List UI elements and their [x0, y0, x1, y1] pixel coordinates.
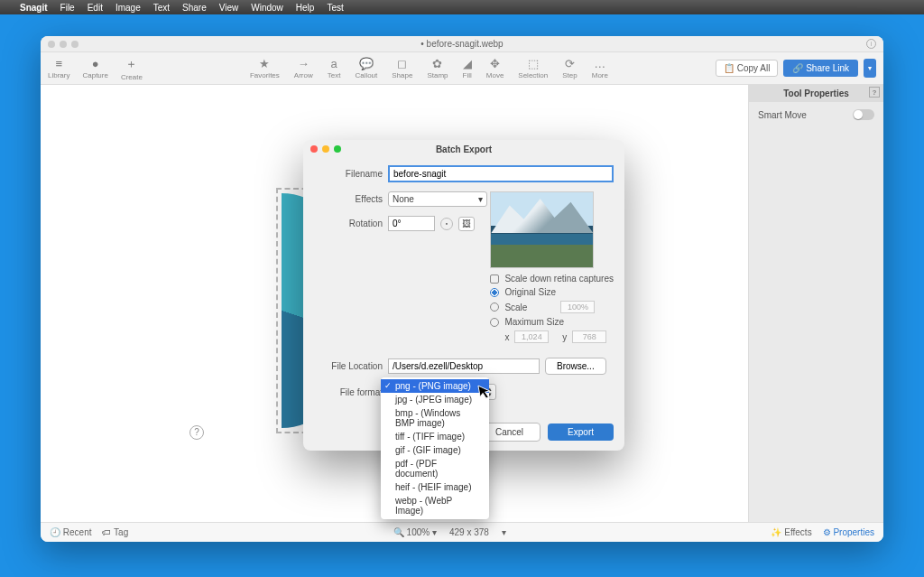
dialog-title: Batch Export [436, 144, 492, 154]
menu-share[interactable]: Share [182, 3, 207, 13]
effects-label: Effects [314, 194, 383, 204]
recent-button[interactable]: 🕘 Recent [50, 527, 91, 537]
window-traffic-lights[interactable] [48, 41, 79, 48]
tag-button[interactable]: 🏷 Tag [102, 527, 128, 537]
tool-stamp[interactable]: ✿Stamp [427, 57, 448, 79]
shape-icon: ◻ [397, 57, 407, 70]
dimensions-label: 429 x 378 [449, 527, 489, 537]
scale-label: Scale [504, 302, 527, 312]
effects-select[interactable]: None▾ [388, 191, 487, 207]
rotation-input[interactable] [388, 216, 435, 231]
properties-header: Tool Properties ? [749, 85, 883, 102]
format-option-jpg[interactable]: jpg - (JPEG image) [381, 393, 489, 406]
zoom-level[interactable]: 🔍 100% ▾ [393, 527, 437, 537]
format-option-pdf[interactable]: pdf - (PDF document) [381, 457, 489, 480]
create-button[interactable]: ＋Create [121, 56, 143, 81]
file-format-dropdown[interactable]: png - (PNG image) jpg - (JPEG image) bmp… [381, 377, 489, 519]
share-link-button[interactable]: 🔗 Share Link [783, 60, 858, 77]
format-option-tiff[interactable]: tiff - (TIFF image) [381, 430, 489, 443]
width-input[interactable] [514, 330, 549, 343]
more-icon: … [594, 57, 605, 70]
menu-image[interactable]: Image [116, 3, 141, 13]
mac-menubar: Snagit File Edit Image Text Share View W… [0, 0, 924, 14]
x-label: x [504, 332, 509, 342]
tool-text[interactable]: aText [328, 57, 341, 79]
create-icon: ＋ [125, 56, 137, 72]
browse-button[interactable]: Browse... [545, 358, 606, 375]
dialog-traffic-lights[interactable] [310, 145, 341, 153]
format-option-webp[interactable]: webp - (WebP Image) [381, 494, 489, 517]
tool-move[interactable]: ✥Move [486, 57, 504, 79]
scale-pct-input[interactable] [560, 301, 595, 313]
properties-panel: Tool Properties ? Smart Move [748, 85, 883, 522]
tool-selection[interactable]: ⬚Selection [518, 57, 548, 79]
format-option-gif[interactable]: gif - (GIF image) [381, 443, 489, 457]
rotation-dial[interactable]: ● [440, 218, 453, 230]
effects-button[interactable]: ✨ Effects [771, 527, 811, 537]
height-input[interactable] [572, 330, 606, 343]
filename-label: Filename [314, 169, 383, 179]
toolbar-right: 📋 Copy All 🔗 Share Link ▾ [716, 59, 876, 78]
info-icon[interactable]: i [866, 39, 876, 49]
format-option-png[interactable]: png - (PNG image) [381, 379, 489, 393]
selection-icon: ⬚ [528, 57, 539, 70]
step-icon: ⟳ [565, 57, 575, 70]
preview-thumbnail [490, 191, 594, 268]
chevron-down-icon: ▾ [478, 194, 483, 204]
tool-step[interactable]: ⟳Step [562, 57, 577, 79]
y-label: y [562, 332, 567, 342]
toolbar-center: ★Favorites →Arrow aText 💬Callout ◻Shape … [143, 57, 716, 79]
tool-more[interactable]: …More [592, 57, 608, 79]
format-option-heif[interactable]: heif - (HEIF image) [381, 480, 489, 494]
scale-radio[interactable] [490, 302, 499, 312]
export-button[interactable]: Export [548, 423, 614, 441]
menu-window[interactable]: Window [251, 3, 283, 13]
help-icon[interactable]: ? [869, 87, 880, 98]
filename-input[interactable] [388, 165, 614, 182]
tool-favorites[interactable]: ★Favorites [250, 57, 280, 79]
scale-down-label: Scale down retina captures [504, 274, 614, 284]
library-icon: ≡ [55, 57, 62, 70]
stamp-icon: ✿ [432, 57, 442, 70]
move-icon: ✥ [490, 57, 500, 70]
fill-icon: ◢ [463, 57, 472, 70]
capture-button[interactable]: ●Capture [82, 57, 107, 79]
dialog-help-icon[interactable]: ? [189, 425, 204, 440]
tool-callout[interactable]: 💬Callout [355, 57, 377, 79]
share-dropdown-button[interactable]: ▾ [864, 59, 876, 78]
star-icon: ★ [259, 57, 270, 70]
titlebar: • before-snagit.webp i [41, 36, 883, 52]
text-icon: a [330, 57, 337, 70]
menu-app[interactable]: Snagit [20, 3, 48, 13]
tool-shape[interactable]: ◻Shape [392, 57, 412, 79]
file-location-input[interactable] [388, 358, 540, 374]
original-size-label: Original Size [504, 287, 556, 297]
menu-text[interactable]: Text [153, 3, 170, 13]
callout-icon: 💬 [359, 57, 374, 70]
rotate-image-button[interactable]: 🖼 [458, 217, 475, 231]
smart-move-toggle[interactable] [853, 109, 874, 120]
library-button[interactable]: ≡Library [48, 57, 69, 79]
tool-fill[interactable]: ◢Fill [463, 57, 472, 79]
toolbar: ≡Library ●Capture ＋Create ★Favorites →Ar… [41, 52, 883, 85]
menu-edit[interactable]: Edit [88, 3, 103, 13]
scale-down-checkbox[interactable] [490, 275, 499, 284]
format-option-bmp[interactable]: bmp - (Windows BMP image) [381, 406, 489, 430]
tool-arrow[interactable]: →Arrow [294, 57, 313, 79]
file-location-label: File Location [314, 361, 383, 371]
max-size-label: Maximum Size [504, 317, 564, 327]
properties-button[interactable]: ⚙ Properties [823, 527, 874, 537]
file-format-label: File format [314, 387, 383, 397]
menu-test[interactable]: Test [327, 3, 343, 13]
menu-help[interactable]: Help [296, 3, 315, 13]
max-size-radio[interactable] [490, 318, 499, 327]
rotation-label: Rotation [314, 219, 383, 228]
smart-move-label: Smart Move [758, 110, 807, 120]
original-size-radio[interactable] [490, 288, 499, 297]
arrow-icon: → [298, 57, 310, 70]
copy-all-button[interactable]: 📋 Copy All [716, 60, 778, 77]
menu-view[interactable]: View [219, 3, 239, 13]
statusbar: 🕘 Recent 🏷 Tag 🔍 100% ▾ 429 x 378 ▾ ✨ Ef… [41, 522, 883, 542]
window-title: • before-snagit.webp [420, 39, 503, 49]
menu-file[interactable]: File [60, 3, 75, 13]
